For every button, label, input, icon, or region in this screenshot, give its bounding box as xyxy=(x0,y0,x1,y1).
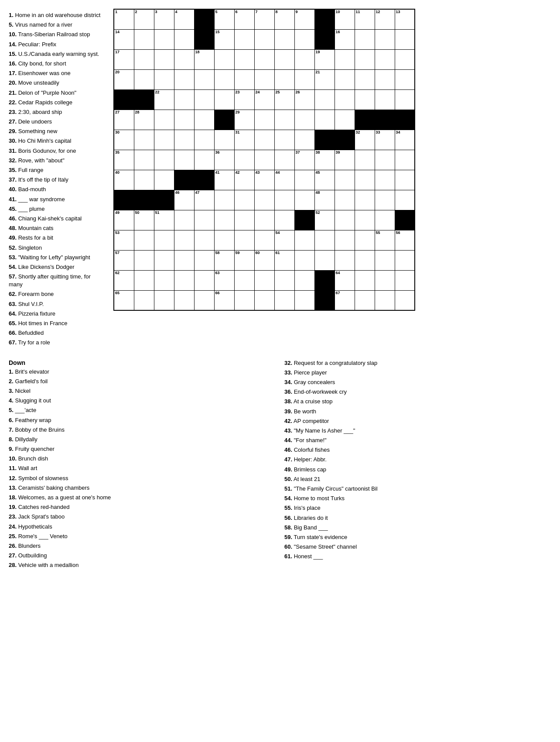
cell-7-13[interactable] xyxy=(375,150,395,170)
cell-14-11[interactable]: 67 xyxy=(335,290,355,310)
cell-6-5[interactable] xyxy=(214,130,234,150)
cell-9-10[interactable]: 48 xyxy=(314,190,335,210)
cell-11-3[interactable] xyxy=(174,230,194,250)
cell-4-12[interactable] xyxy=(355,89,375,110)
cell-9-14[interactable] xyxy=(395,190,415,210)
cell-7-8[interactable] xyxy=(274,150,294,170)
cell-4-10[interactable] xyxy=(314,89,335,110)
cell-0-9[interactable]: 9 xyxy=(294,9,314,29)
cell-13-9[interactable] xyxy=(294,270,314,290)
cell-14-10[interactable] xyxy=(314,290,335,310)
cell-14-4[interactable] xyxy=(194,290,214,310)
cell-11-1[interactable] xyxy=(134,230,154,250)
cell-0-6[interactable]: 6 xyxy=(234,9,254,29)
cell-10-9[interactable] xyxy=(294,210,314,230)
cell-9-9[interactable] xyxy=(294,190,314,210)
cell-1-3[interactable] xyxy=(174,29,194,49)
cell-1-12[interactable] xyxy=(355,29,375,49)
cell-5-3[interactable] xyxy=(174,110,194,130)
cell-13-12[interactable] xyxy=(355,270,375,290)
cell-6-1[interactable] xyxy=(134,130,154,150)
cell-12-12[interactable] xyxy=(355,250,375,270)
cell-11-14[interactable]: 56 xyxy=(395,230,415,250)
cell-14-8[interactable] xyxy=(274,290,294,310)
cell-5-6[interactable]: 29 xyxy=(234,110,254,130)
cell-7-1[interactable] xyxy=(134,150,154,170)
cell-4-8[interactable]: 25 xyxy=(274,89,294,110)
cell-6-10[interactable] xyxy=(314,130,335,150)
cell-9-5[interactable] xyxy=(214,190,234,210)
cell-7-10[interactable]: 38 xyxy=(314,150,335,170)
cell-8-3[interactable] xyxy=(174,170,194,190)
cell-2-10[interactable]: 19 xyxy=(314,49,335,69)
cell-12-7[interactable]: 60 xyxy=(254,250,274,270)
cell-11-9[interactable] xyxy=(294,230,314,250)
cell-5-2[interactable] xyxy=(154,110,174,130)
cell-0-8[interactable]: 8 xyxy=(274,9,294,29)
cell-5-14[interactable] xyxy=(395,110,415,130)
cell-14-12[interactable] xyxy=(355,290,375,310)
cell-12-4[interactable] xyxy=(194,250,214,270)
cell-5-11[interactable] xyxy=(335,110,355,130)
cell-12-0[interactable]: 57 xyxy=(114,250,134,270)
cell-11-0[interactable]: 53 xyxy=(114,230,134,250)
cell-7-9[interactable]: 37 xyxy=(294,150,314,170)
cell-3-9[interactable] xyxy=(294,69,314,89)
cell-8-8[interactable]: 44 xyxy=(274,170,294,190)
cell-8-6[interactable]: 42 xyxy=(234,170,254,190)
cell-1-14[interactable] xyxy=(395,29,415,49)
cell-4-1[interactable] xyxy=(134,89,154,110)
cell-11-8[interactable]: 54 xyxy=(274,230,294,250)
cell-14-7[interactable] xyxy=(254,290,274,310)
cell-3-3[interactable] xyxy=(174,69,194,89)
cell-9-2[interactable] xyxy=(154,190,174,210)
cell-7-11[interactable]: 39 xyxy=(335,150,355,170)
cell-1-5[interactable]: 15 xyxy=(214,29,234,49)
cell-1-13[interactable] xyxy=(375,29,395,49)
cell-6-7[interactable] xyxy=(254,130,274,150)
cell-10-7[interactable] xyxy=(254,210,274,230)
cell-12-5[interactable]: 58 xyxy=(214,250,234,270)
cell-12-3[interactable] xyxy=(174,250,194,270)
cell-10-10[interactable]: 52 xyxy=(314,210,335,230)
cell-5-9[interactable] xyxy=(294,110,314,130)
cell-8-9[interactable] xyxy=(294,170,314,190)
cell-0-14[interactable]: 13 xyxy=(395,9,415,29)
cell-9-1[interactable] xyxy=(134,190,154,210)
cell-2-0[interactable]: 17 xyxy=(114,49,134,69)
cell-2-13[interactable] xyxy=(375,49,395,69)
cell-12-14[interactable] xyxy=(395,250,415,270)
cell-10-1[interactable]: 50 xyxy=(134,210,154,230)
cell-12-1[interactable] xyxy=(134,250,154,270)
cell-6-8[interactable] xyxy=(274,130,294,150)
cell-11-12[interactable] xyxy=(355,230,375,250)
cell-2-3[interactable] xyxy=(174,49,194,69)
cell-14-6[interactable] xyxy=(234,290,254,310)
cell-11-10[interactable] xyxy=(314,230,335,250)
cell-3-8[interactable] xyxy=(274,69,294,89)
cell-8-5[interactable]: 41 xyxy=(214,170,234,190)
cell-2-5[interactable] xyxy=(214,49,234,69)
cell-12-2[interactable] xyxy=(154,250,174,270)
cell-5-12[interactable] xyxy=(355,110,375,130)
cell-8-14[interactable] xyxy=(395,170,415,190)
cell-6-13[interactable]: 33 xyxy=(375,130,395,150)
cell-2-1[interactable] xyxy=(134,49,154,69)
cell-0-1[interactable]: 2 xyxy=(134,9,154,29)
cell-3-13[interactable] xyxy=(375,69,395,89)
cell-1-0[interactable]: 14 xyxy=(114,29,134,49)
cell-7-7[interactable] xyxy=(254,150,274,170)
cell-7-4[interactable] xyxy=(194,150,214,170)
cell-4-4[interactable] xyxy=(194,89,214,110)
cell-5-8[interactable] xyxy=(274,110,294,130)
cell-11-11[interactable] xyxy=(335,230,355,250)
cell-6-11[interactable] xyxy=(335,130,355,150)
cell-4-11[interactable] xyxy=(335,89,355,110)
cell-5-1[interactable]: 28 xyxy=(134,110,154,130)
cell-1-6[interactable] xyxy=(234,29,254,49)
cell-0-12[interactable]: 11 xyxy=(355,9,375,29)
cell-2-8[interactable] xyxy=(274,49,294,69)
cell-5-7[interactable] xyxy=(254,110,274,130)
cell-0-13[interactable]: 12 xyxy=(375,9,395,29)
cell-0-4[interactable] xyxy=(194,9,214,29)
